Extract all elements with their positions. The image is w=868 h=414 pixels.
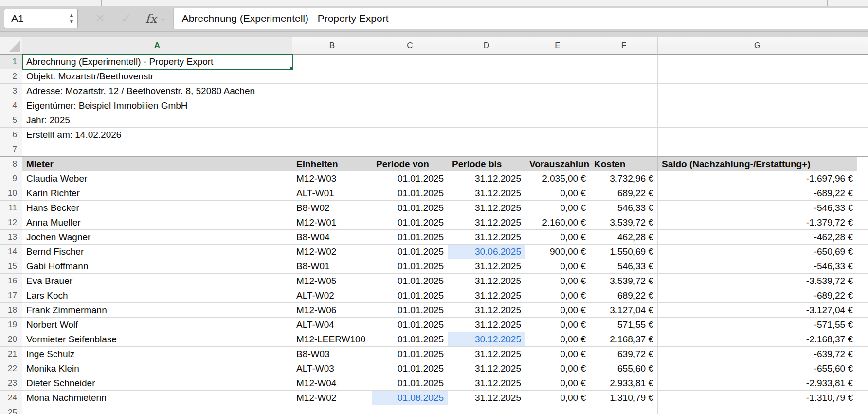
- cell-A15[interactable]: Gabi Hoffmann: [22, 259, 292, 274]
- cell-E6[interactable]: [525, 128, 590, 142]
- cell-B23[interactable]: M12-W04: [292, 376, 372, 391]
- cell-C6[interactable]: [372, 128, 448, 142]
- cell-B25[interactable]: [292, 405, 372, 414]
- cell-C19[interactable]: 01.01.2025: [372, 318, 448, 332]
- cell-C13[interactable]: 01.01.2025: [372, 230, 448, 245]
- cell-A2[interactable]: Objekt: Mozartstr/Beethovenstr: [22, 69, 292, 84]
- spinner-down-icon[interactable]: ▼: [69, 19, 74, 24]
- cell-A9[interactable]: Claudia Weber: [22, 171, 292, 186]
- cell-D8[interactable]: Periode bis: [448, 157, 525, 171]
- cell-F23[interactable]: 2.933,81 €: [590, 376, 658, 391]
- cell-G19[interactable]: -571,55 €: [658, 318, 857, 332]
- row-header-10[interactable]: 10: [0, 186, 22, 201]
- cell-B7[interactable]: [292, 142, 372, 157]
- cell-F17[interactable]: 689,22 €: [590, 288, 658, 303]
- cell-D17[interactable]: 31.12.2025: [448, 288, 525, 303]
- cell-D19[interactable]: 31.12.2025: [448, 318, 525, 332]
- cell-E23[interactable]: 0,00 €: [525, 376, 590, 391]
- cell-B22[interactable]: ALT-W03: [292, 361, 372, 376]
- cell-C21[interactable]: 01.01.2025: [372, 347, 448, 361]
- cell-H10[interactable]: [857, 186, 868, 201]
- cell-B9[interactable]: M12-W03: [292, 171, 372, 186]
- cell-C7[interactable]: [372, 142, 448, 157]
- cell-D7[interactable]: [448, 142, 525, 157]
- cell-A24[interactable]: Mona Nachmieterin: [22, 391, 292, 405]
- cell-C11[interactable]: 01.01.2025: [372, 201, 448, 215]
- cell-C5[interactable]: [372, 113, 448, 128]
- formula-input[interactable]: Abrechnung (Experimentell) - Property Ex…: [173, 8, 868, 29]
- cell-A19[interactable]: Norbert Wolf: [22, 318, 292, 332]
- row-header-6[interactable]: 6: [0, 128, 22, 142]
- cell-D14[interactable]: 30.06.2025: [448, 245, 525, 259]
- row-header-24[interactable]: 24: [0, 391, 22, 405]
- row-header-19[interactable]: 19: [0, 318, 22, 332]
- cell-F3[interactable]: [590, 84, 658, 98]
- cell-A17[interactable]: Lars Koch: [22, 288, 292, 303]
- cell-D5[interactable]: [448, 113, 525, 128]
- row-header-13[interactable]: 13: [0, 230, 22, 245]
- cell-B10[interactable]: ALT-W01: [292, 186, 372, 201]
- cell-C1[interactable]: [372, 55, 448, 69]
- cell-E18[interactable]: 0,00 €: [525, 303, 590, 318]
- cell-A20[interactable]: Vormieter Seifenblase: [22, 332, 292, 347]
- cell-E4[interactable]: [525, 98, 590, 113]
- row-header-12[interactable]: 12: [0, 215, 22, 230]
- cell-E20[interactable]: 0,00 €: [525, 332, 590, 347]
- cell-C3[interactable]: [372, 84, 448, 98]
- row-header-15[interactable]: 15: [0, 259, 22, 274]
- cell-C12[interactable]: 01.01.2025: [372, 215, 448, 230]
- cell-C17[interactable]: 01.01.2025: [372, 288, 448, 303]
- cell-A6[interactable]: Erstellt am: 14.02.2026: [22, 128, 292, 142]
- cell-F14[interactable]: 1.550,69 €: [590, 245, 658, 259]
- cell-D20[interactable]: 30.12.2025: [448, 332, 525, 347]
- cell-G12[interactable]: -1.379,72 €: [658, 215, 857, 230]
- cell-E13[interactable]: 0,00 €: [525, 230, 590, 245]
- cell-E8[interactable]: Vorauszahlung: [525, 157, 590, 171]
- cell-G14[interactable]: -650,69 €: [658, 245, 857, 259]
- column-header-F[interactable]: F: [590, 37, 658, 55]
- cell-H25[interactable]: [857, 405, 868, 414]
- cell-F8[interactable]: Kosten: [590, 157, 658, 171]
- cell-F10[interactable]: 689,22 €: [590, 186, 658, 201]
- cell-E7[interactable]: [525, 142, 590, 157]
- cell-H17[interactable]: [857, 288, 868, 303]
- column-header-E[interactable]: E: [525, 37, 590, 55]
- cell-G1[interactable]: [658, 55, 857, 69]
- cell-C10[interactable]: 01.01.2025: [372, 186, 448, 201]
- row-header-14[interactable]: 14: [0, 245, 22, 259]
- cell-G15[interactable]: -546,33 €: [658, 259, 857, 274]
- cell-G18[interactable]: -3.127,04 €: [658, 303, 857, 318]
- cell-B11[interactable]: B8-W02: [292, 201, 372, 215]
- cell-D18[interactable]: 31.12.2025: [448, 303, 525, 318]
- cell-A7[interactable]: [22, 142, 292, 157]
- cell-F19[interactable]: 571,55 €: [590, 318, 658, 332]
- cell-E5[interactable]: [525, 113, 590, 128]
- cell-E17[interactable]: 0,00 €: [525, 288, 590, 303]
- cell-C16[interactable]: 01.01.2025: [372, 274, 448, 288]
- cell-H24[interactable]: [857, 391, 868, 405]
- cell-F22[interactable]: 655,60 €: [590, 361, 658, 376]
- cell-D23[interactable]: 31.12.2025: [448, 376, 525, 391]
- cell-H2[interactable]: [857, 69, 868, 84]
- cell-G17[interactable]: -689,22 €: [658, 288, 857, 303]
- cell-H12[interactable]: [857, 215, 868, 230]
- cell-F21[interactable]: 639,72 €: [590, 347, 658, 361]
- cell-D4[interactable]: [448, 98, 525, 113]
- enter-icon[interactable]: ✓: [121, 13, 132, 24]
- cell-H4[interactable]: [857, 98, 868, 113]
- cell-B16[interactable]: M12-W05: [292, 274, 372, 288]
- cell-C18[interactable]: 01.01.2025: [372, 303, 448, 318]
- cell-E1[interactable]: [525, 55, 590, 69]
- cell-H16[interactable]: [857, 274, 868, 288]
- cell-B18[interactable]: M12-W06: [292, 303, 372, 318]
- cell-H19[interactable]: [857, 318, 868, 332]
- cell-G24[interactable]: -1.310,79 €: [658, 391, 857, 405]
- cell-A11[interactable]: Hans Becker: [22, 201, 292, 215]
- cell-G22[interactable]: -655,60 €: [658, 361, 857, 376]
- cell-H13[interactable]: [857, 230, 868, 245]
- cell-H18[interactable]: [857, 303, 868, 318]
- cell-D25[interactable]: [448, 405, 525, 414]
- cell-D10[interactable]: 31.12.2025: [448, 186, 525, 201]
- cell-C20[interactable]: 01.01.2025: [372, 332, 448, 347]
- cell-A3[interactable]: Adresse: Mozartstr. 12 / Beethovenstr. 8…: [22, 84, 292, 98]
